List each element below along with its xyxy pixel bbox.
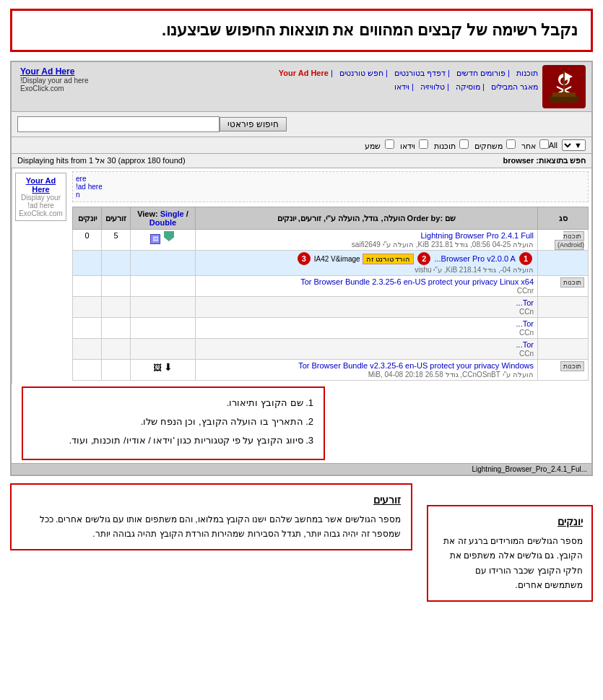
torrent-link[interactable]: Tor... <box>516 298 534 307</box>
ia42-label: IA42 V&image <box>314 255 360 263</box>
torrent-meta: CCn <box>519 308 534 316</box>
torrent-meta: הועלה 04-, גודל 218.14 KiB, ע"י vishu <box>415 266 534 274</box>
image-icon: 🖼 <box>153 363 162 373</box>
nav-link[interactable]: מאגר המבילים <box>491 82 538 91</box>
torrent-link[interactable]: Tor... <box>516 340 534 349</box>
image-icon: 🖼 <box>150 234 160 244</box>
row-name-cell: Tor... CCn <box>196 297 538 318</box>
results-table: סג שם :Order by הועלה, גודל, הועלה ע"י, … <box>72 207 589 381</box>
torrent-meta: CCnr <box>517 287 534 295</box>
row-type: תוכנות(Android) <box>538 230 589 251</box>
torrent-link[interactable]: Tor Browser Bundle v2.3.25-6 en-US prote… <box>298 361 534 370</box>
view-double[interactable]: Double <box>149 218 176 227</box>
callout-main-box: 1. שם הקובץ ותיאורו. 2. התאריך בו הועלה … <box>22 386 325 460</box>
category-dropdown[interactable]: ▼ <box>562 139 586 151</box>
nav-link[interactable]: דפדף בטורנטים <box>394 69 446 77</box>
leeches-text: מספר הגולשים המורידים ברגע זה את הקובץ. … <box>443 536 583 590</box>
ad-title[interactable]: Your Ad Here <box>20 66 89 77</box>
row-type <box>538 339 589 360</box>
row-type <box>538 297 589 318</box>
download-icon[interactable] <box>164 231 174 241</box>
callout-overlay-area: 1. שם הקובץ ותיאורו. 2. התאריך בו הועלה … <box>22 386 581 460</box>
torrent-meta: הועלה ע"י CCnOSnBT, גודל 26.58 MiB, 04-0… <box>368 371 534 379</box>
table-row: תוכנות(Android) Lightning Browser Pro 2.… <box>73 230 589 251</box>
callout-line3: 3. סיווג הקובץ על פי קטגוריות כגון 'וידא… <box>33 433 313 449</box>
ad-placeholder: ere ad here! n <box>72 171 589 202</box>
seeders-count: 5 <box>102 230 131 251</box>
seeders-count <box>102 318 131 339</box>
leeches-count <box>73 318 102 339</box>
top-banner-text: נקבל רשימה של קבצים המהווים את תוצאות הח… <box>25 21 578 40</box>
row-type <box>538 318 589 339</box>
all-label: All <box>549 141 558 150</box>
table-row: תוכנות Tor Browser Bundle 2.3.25-6 en-US… <box>73 276 589 297</box>
content-with-ad: ere ad here! n סג שם :Order by הועלה, גו… <box>12 168 591 384</box>
view-single[interactable]: Single <box>160 209 184 218</box>
type-badge: תוכנות <box>560 277 584 288</box>
row-icons: 🖼 <box>131 230 196 251</box>
torrent-link[interactable]: Tor Browser Bundle 2.3.25-6 en-US protec… <box>300 277 534 286</box>
svg-rect-6 <box>552 92 576 97</box>
nav-link[interactable]: וידאו <box>394 82 409 91</box>
status-bar: Lightning_Browser_Pro_2.4.1_Ful... <box>12 463 591 475</box>
callout-main-container: 1. שם הקובץ ותיאורו. 2. התאריך בו הועלה … <box>22 386 581 460</box>
search-button[interactable]: חיפוש פיראטי <box>220 117 287 131</box>
games-checkbox[interactable] <box>506 139 516 149</box>
leeches-count <box>73 251 102 276</box>
ad-text-ere: ere <box>76 175 585 183</box>
software-label: תוכנות <box>434 139 469 151</box>
sidebar-ad-title[interactable]: Your Ad Here <box>19 176 63 194</box>
other-checkbox[interactable] <box>539 139 549 149</box>
nav-link[interactable]: פורומים חדשים <box>456 69 506 77</box>
results-info-bar: חפש בתוצאות: browser (approx 180 found) … <box>12 154 591 168</box>
ad-text-n: n <box>76 191 585 199</box>
results-main: ere ad here! n סג שם :Order by הועלה, גו… <box>69 168 591 384</box>
torrent-link[interactable]: Lightning Browser Pro 2.4.1 Full <box>420 231 534 240</box>
row-name-cell: Tor... CCn <box>196 318 538 339</box>
row-type <box>538 251 589 276</box>
video-checkbox[interactable] <box>419 139 428 149</box>
col-seeders[interactable]: זורעים <box>102 207 131 230</box>
seeders-text: מספר הגולשים אשר במחשב שלהם ישנו הקובץ ב… <box>40 514 401 539</box>
audio-label: שמע <box>365 139 394 151</box>
software-checkbox[interactable] <box>459 139 469 149</box>
nav-link[interactable]: טלוויזיה <box>420 82 445 91</box>
seeders-count <box>102 276 131 297</box>
svg-rect-7 <box>563 71 565 92</box>
audio-checkbox[interactable] <box>385 139 394 149</box>
table-row: 1 Browser Pro v2.0.0 A... 2 הורד טורנט ז… <box>73 251 589 276</box>
search-input[interactable] <box>17 116 220 132</box>
torrent-link[interactable]: Browser Pro v2.0.0 A... <box>434 254 516 263</box>
search-bar: חיפוש פיראטי <box>12 112 591 137</box>
nav-link[interactable]: תוכנות <box>516 69 538 77</box>
torrent-link[interactable]: Tor... <box>516 319 534 328</box>
row-name-cell: 1 Browser Pro v2.0.0 A... 2 הורד טורנט ז… <box>196 251 538 276</box>
row-name-cell: Tor... CCn <box>196 339 538 360</box>
row-icons <box>131 339 196 360</box>
badge-1: 1 <box>519 252 532 265</box>
row-name-cell: Tor Browser Bundle v2.3.25-6 en-US prote… <box>196 360 538 381</box>
nav-link[interactable]: מוסיקה <box>456 82 480 91</box>
row-name-cell: Lightning Browser Pro 2.4.1 Full הועלה 0… <box>196 230 538 251</box>
your-ad-here-link[interactable]: Your Ad Here <box>279 69 329 77</box>
col-name[interactable]: שם :Order by הועלה, גודל, הועלה ע"י, זור… <box>196 207 538 230</box>
results-count: (approx 180 found) 30 אל Displaying hits… <box>17 156 186 165</box>
nav-link[interactable]: חפש טורנטים <box>339 69 383 77</box>
col-leeches[interactable]: יונקים <box>73 207 102 230</box>
callout-line2: 2. התאריך בו הועלה הקובץ, וכן הנפח שלו. <box>33 414 313 430</box>
download-label[interactable]: הורד טורנט זה <box>363 254 415 264</box>
row-icons <box>131 276 196 297</box>
site-logo <box>542 65 586 108</box>
games-label: משחקים <box>474 139 516 151</box>
bottom-section: יונקים מספר הגולשים המורידים ברגע זה את … <box>10 483 593 601</box>
torrent-meta: הועלה 04-25 08:56, גודל 231.81 KiB, הועל… <box>352 241 534 249</box>
badge-2: 2 <box>417 252 430 265</box>
badge-3: 3 <box>298 252 311 265</box>
row-name-cell: Tor Browser Bundle 2.3.25-6 en-US protec… <box>196 276 538 297</box>
download-icon[interactable]: ⬇ <box>164 361 173 373</box>
callout-seeders-box: זורעים מספר הגולשים אשר במחשב שלהם ישנו … <box>10 483 412 550</box>
col-view: View: Single / Double <box>131 207 196 230</box>
type-badge: תוכנות <box>560 361 584 371</box>
leeches-count <box>73 339 102 360</box>
site-header: תוכנות | פורומים חדשים | דפדף בטורנטים |… <box>12 62 591 112</box>
